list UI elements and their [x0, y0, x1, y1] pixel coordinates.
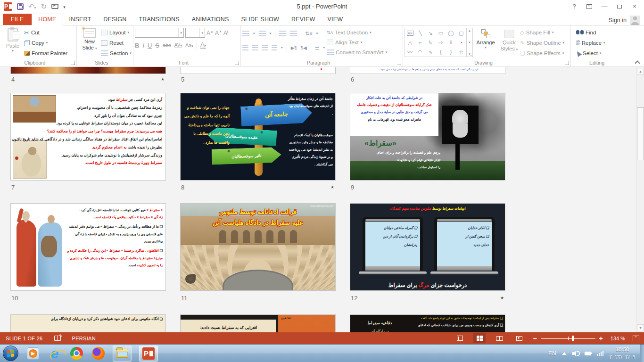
- tab-design[interactable]: DESIGN: [97, 14, 132, 25]
- tab-home[interactable]: HOME: [32, 14, 63, 25]
- slide-9-thumbnail[interactable]: در شرایطی که جامعهٔ آتن به علت افکار شک …: [350, 93, 505, 181]
- format-painter-button[interactable]: Format Painter: [24, 49, 67, 58]
- zoom-in-button[interactable]: +: [599, 335, 603, 342]
- slide-10-thumbnail[interactable]: « سقراط » هیچ کتابی ننوشت، اما با فلسفه …: [10, 203, 166, 291]
- slide-13-thumbnail[interactable]: آنگاه ملتوس برای ادعای خود شواهدی ذکر کر…: [10, 314, 166, 332]
- file-explorer-taskbar-button[interactable]: [113, 346, 132, 362]
- save-icon[interactable]: [17, 3, 24, 10]
- slide-11-thumbnail[interactable]: قرائت ادعانامه توسط ملتوس علیه سقراط در …: [180, 203, 336, 291]
- align-right-button[interactable]: [262, 45, 268, 50]
- tab-insert[interactable]: INSERT: [63, 14, 98, 25]
- slide-sorter-view-button[interactable]: [473, 333, 486, 343]
- oval-shape[interactable]: ◯: [448, 30, 454, 36]
- reset-button[interactable]: Reset: [101, 39, 132, 47]
- reading-view-button[interactable]: [493, 333, 505, 343]
- clipboard-dialog-launcher[interactable]: [71, 61, 75, 65]
- columns-button[interactable]: ☰: [315, 45, 320, 51]
- show-desktop-button[interactable]: [640, 345, 644, 362]
- slide-7-thumbnail[interactable]: آری این مرد کسی جز سقراط نبود. زمزمهٔ مح…: [10, 93, 166, 181]
- italic-button[interactable]: I: [142, 42, 144, 49]
- arc-shape[interactable]: ◠: [418, 49, 423, 55]
- shape-fill-button[interactable]: ◇Shape Fill▾: [520, 28, 564, 37]
- internet-explorer-taskbar-icon[interactable]: e: [48, 346, 62, 361]
- text-box-shape[interactable]: A≡: [407, 31, 413, 36]
- increase-indent-button[interactable]: [290, 31, 297, 36]
- clear-formatting-button[interactable]: A̸: [223, 30, 227, 36]
- language-indicator[interactable]: PERSIAN: [72, 336, 96, 341]
- collapse-ribbon-button[interactable]: [636, 60, 639, 64]
- network-signal-icon[interactable]: [597, 351, 604, 356]
- cut-button[interactable]: ✂Cut: [24, 28, 67, 37]
- decrease-font-size-button[interactable]: A▼: [215, 30, 222, 36]
- shape-outline-button[interactable]: ✎Shape Outline▾: [520, 39, 564, 47]
- text-direction-button[interactable]: ⇅AText Direction▾: [327, 28, 387, 37]
- right-arrow-shape[interactable]: ⇨: [438, 40, 443, 46]
- scrollbar-thumb[interactable]: [637, 107, 644, 160]
- scribble-shape[interactable]: 〰: [407, 48, 413, 56]
- arrow-shape[interactable]: ↘: [429, 30, 433, 36]
- zoom-slider[interactable]: [541, 338, 595, 339]
- line-shape[interactable]: ╲: [419, 30, 422, 36]
- bullets-button[interactable]: [242, 31, 249, 36]
- line-spacing-button[interactable]: ⇅≡: [305, 31, 313, 37]
- paragraph-dialog-launcher[interactable]: [397, 61, 401, 65]
- shape-gallery[interactable]: A≡ ╲ ↘ ▭ ◯ ▢ △ ⌐ ↳ ⇨ ⇩ ◔ 〰 ◠ ∿ { }: [405, 28, 467, 57]
- sign-in-button[interactable]: Sign in: [609, 16, 644, 25]
- minimize-button[interactable]: —: [598, 1, 611, 12]
- bold-button[interactable]: B: [135, 42, 139, 49]
- find-button[interactable]: Find: [576, 28, 621, 37]
- slide-6-thumbnail[interactable]: این زندگی است که محدود به حدهای عینی و م…: [350, 67, 505, 74]
- powerpoint-taskbar-button[interactable]: P: [139, 346, 158, 362]
- rounded-rectangle-shape[interactable]: ▢: [459, 30, 463, 36]
- increase-font-size-button[interactable]: A▲: [206, 30, 214, 36]
- select-button[interactable]: Select▾: [576, 49, 621, 58]
- align-center-button[interactable]: [252, 45, 258, 50]
- arrange-button[interactable]: Arrange ▾: [473, 27, 498, 49]
- drawing-dialog-launcher[interactable]: [565, 61, 569, 65]
- restore-button[interactable]: [613, 1, 626, 12]
- font-name-combobox[interactable]: ▾: [135, 28, 184, 38]
- zoom-slider-handle[interactable]: [572, 336, 574, 341]
- undo-button[interactable]: ↶▾: [28, 2, 36, 11]
- customize-qat-button[interactable]: ▾: [63, 4, 66, 9]
- rtl-direction-button[interactable]: ¶◀: [301, 45, 307, 50]
- font-dialog-launcher[interactable]: [235, 61, 239, 65]
- triangle-shape[interactable]: △: [408, 40, 412, 46]
- numbering-button[interactable]: [259, 31, 266, 36]
- copy-button[interactable]: Copy▾: [24, 39, 67, 47]
- tab-review[interactable]: REVIEW: [285, 14, 322, 25]
- font-color-button[interactable]: A▾: [200, 41, 206, 49]
- curve-shape[interactable]: ∿: [429, 49, 433, 55]
- slide-5-thumbnail[interactable]: [180, 67, 336, 74]
- layout-button[interactable]: Layout▾: [101, 28, 132, 37]
- left-brace-shape[interactable]: {: [440, 49, 442, 55]
- tab-slideshow[interactable]: SLIDE SHOW: [235, 14, 286, 25]
- right-brace-shape[interactable]: }: [450, 49, 452, 55]
- battery-icon[interactable]: [585, 352, 591, 355]
- tab-animations[interactable]: ANIMATIONS: [186, 14, 235, 25]
- firefox-taskbar-icon[interactable]: [91, 346, 105, 361]
- text-shadow-button[interactable]: S: [155, 42, 159, 49]
- clock[interactable]: 18:50 ۲۰۲۳/۰۳/۰۹: [609, 346, 636, 361]
- quick-styles-button[interactable]: Quick Styles ▾: [498, 27, 520, 51]
- input-language-indicator[interactable]: EN: [548, 350, 556, 357]
- change-case-button[interactable]: Aa▾: [185, 42, 193, 48]
- paste-button[interactable]: Paste▾: [1, 27, 24, 59]
- star-shape[interactable]: ☆: [459, 49, 463, 55]
- show-hidden-icons-button[interactable]: [562, 352, 567, 355]
- font-size-combobox[interactable]: ▾: [185, 28, 205, 38]
- scroll-down-button[interactable]: ▼: [637, 324, 644, 331]
- convert-to-smartart-button[interactable]: Convert to SmartArt▾: [327, 48, 387, 57]
- rectangle-shape[interactable]: ▭: [438, 30, 443, 36]
- start-slideshow-icon[interactable]: [51, 4, 58, 9]
- slide-8-thumbnail[interactable]: جامعه آتن عقیده سوفسطائیان تاثیر سوفسطائ…: [180, 93, 336, 181]
- new-slide-button[interactable]: New Slide ▾: [78, 27, 101, 59]
- justify-button[interactable]: [272, 45, 278, 50]
- start-button[interactable]: [3, 346, 18, 361]
- spell-check-icon[interactable]: [54, 336, 61, 341]
- replace-button[interactable]: abacReplace▾: [576, 39, 621, 47]
- volume-icon[interactable]: [572, 351, 579, 356]
- slide-4-thumbnail[interactable]: [10, 67, 166, 74]
- normal-view-button[interactable]: [454, 333, 466, 343]
- media-player-taskbar-icon[interactable]: ▶: [26, 346, 40, 361]
